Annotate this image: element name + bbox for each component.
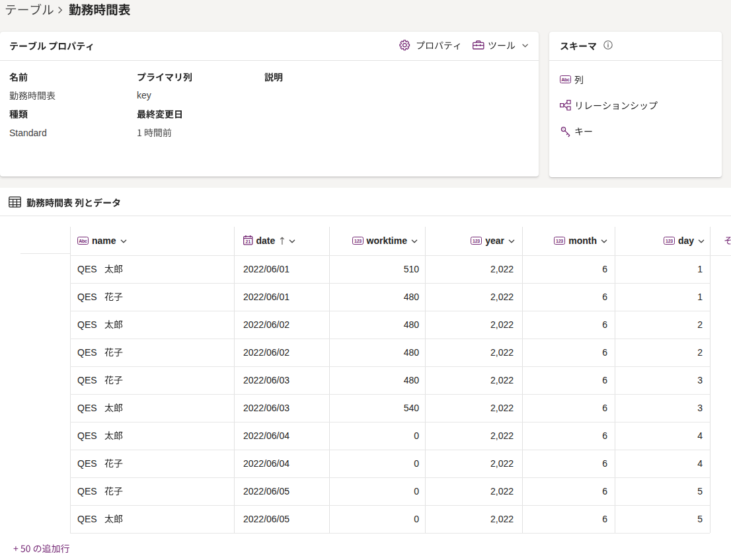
svg-text:123: 123 xyxy=(473,239,480,243)
svg-text:21: 21 xyxy=(245,239,250,244)
svg-text:123: 123 xyxy=(556,239,563,243)
svg-text:Abc: Abc xyxy=(561,77,570,82)
svg-text:123: 123 xyxy=(354,239,362,243)
svg-text:Abc: Abc xyxy=(79,239,87,243)
svg-text:123: 123 xyxy=(666,239,673,243)
